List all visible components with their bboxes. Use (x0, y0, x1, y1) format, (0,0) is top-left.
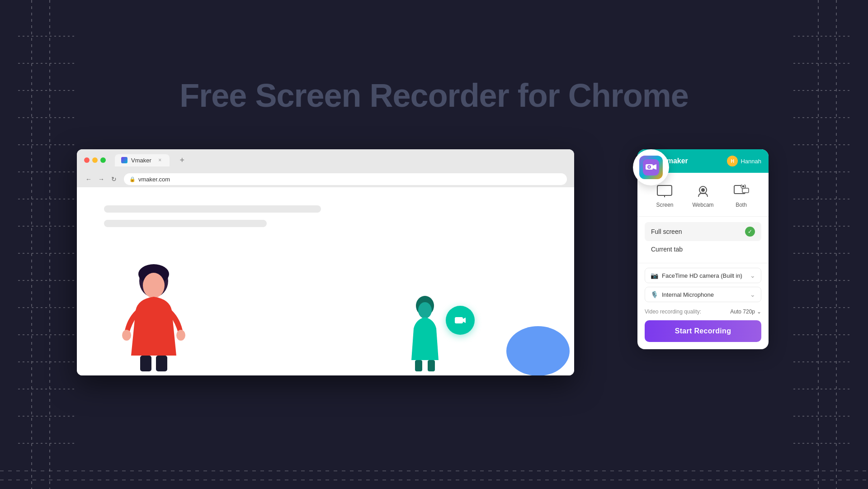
popup-user: H Hannah (727, 156, 761, 166)
svg-point-47 (418, 302, 432, 318)
svg-point-41 (122, 330, 131, 341)
lock-icon: 🔒 (129, 176, 136, 182)
svg-rect-44 (156, 356, 167, 371)
page-placeholder (77, 187, 574, 245)
close-dot[interactable] (84, 157, 90, 163)
full-screen-check: ✓ (745, 227, 755, 237)
maximize-dot[interactable] (100, 157, 106, 163)
camera-dropdown-icon: 📷 (651, 272, 658, 279)
extension-icon-circle[interactable] (633, 149, 669, 185)
current-tab-label: Current tab (651, 246, 683, 253)
tab-title: Vmaker (131, 157, 151, 164)
start-recording-button[interactable]: Start Recording (645, 320, 761, 342)
mic-dropdown-label: Internal Microphone (662, 291, 746, 298)
full-screen-option[interactable]: Full screen ✓ (645, 222, 761, 241)
content-placeholder-2 (104, 220, 267, 227)
both-mode-label: Both (736, 202, 747, 208)
new-tab-button[interactable]: + (177, 155, 188, 166)
svg-point-42 (176, 330, 185, 341)
url-text: vmaker.com (138, 176, 170, 183)
tab-favicon (121, 157, 127, 163)
back-button[interactable]: ← (84, 175, 93, 184)
mode-both[interactable]: Both (727, 180, 756, 211)
both-mode-icon (732, 183, 750, 199)
webcam-mode-label: Webcam (692, 202, 713, 208)
quality-value[interactable]: Auto 720p ⌄ (730, 309, 761, 315)
user-name: Hannah (741, 158, 761, 165)
browser-window: Vmaker × + ← → ↻ 🔒 vmaker.com (77, 149, 574, 375)
extension-icon (639, 156, 663, 179)
nav-buttons: ← → ↻ (84, 175, 118, 184)
popup-dropdowns: 📷 FaceTime HD camera (Built in) ⌄ 🎙️ Int… (637, 263, 769, 307)
floating-camera-button[interactable] (446, 306, 475, 335)
browser-tab[interactable]: Vmaker × (115, 154, 170, 166)
person-illustration (113, 256, 194, 375)
current-tab-option[interactable]: Current tab (645, 241, 761, 257)
mic-dropdown-arrow: ⌄ (750, 291, 755, 298)
screen-mode-icon (656, 183, 674, 199)
browser-addressbar: ← → ↻ 🔒 vmaker.com (77, 171, 574, 187)
start-recording-label: Start Recording (675, 327, 731, 335)
svg-rect-49 (428, 360, 435, 371)
camera-dropdown[interactable]: 📷 FaceTime HD camera (Built in) ⌄ (645, 268, 761, 283)
svg-point-50 (506, 326, 570, 375)
quality-label: Video recording quality: (645, 309, 701, 315)
svg-point-40 (143, 273, 165, 298)
browser-chrome: Vmaker × + (77, 149, 574, 171)
content-placeholder-1 (104, 205, 321, 213)
webcam-mode-icon (694, 183, 712, 199)
refresh-button[interactable]: ↻ (109, 175, 118, 184)
svg-point-62 (701, 188, 705, 192)
green-person-illustration (402, 292, 448, 375)
tab-close-button[interactable]: × (157, 157, 163, 163)
svg-rect-48 (415, 360, 422, 371)
microphone-dropdown[interactable]: 🎙️ Internal Microphone ⌄ (645, 287, 761, 302)
svg-rect-43 (140, 356, 151, 371)
browser-content (77, 187, 574, 375)
quality-row: Video recording quality: Auto 720p ⌄ (637, 307, 769, 318)
forward-button[interactable]: → (97, 175, 106, 184)
svg-point-66 (742, 185, 744, 188)
minimize-dot[interactable] (92, 157, 98, 163)
quality-arrow: ⌄ (757, 309, 761, 315)
svg-rect-58 (657, 185, 672, 195)
mic-dropdown-icon: 🎙️ (651, 291, 658, 298)
full-screen-label: Full screen (651, 228, 682, 235)
user-avatar: H (727, 156, 738, 166)
svg-rect-45 (455, 317, 463, 323)
address-bar[interactable]: 🔒 vmaker.com (124, 173, 567, 185)
svg-point-55 (648, 166, 650, 168)
camera-dropdown-label: FaceTime HD camera (Built in) (662, 272, 746, 279)
traffic-lights (84, 157, 106, 163)
screen-options: Full screen ✓ Current tab (637, 217, 769, 263)
camera-dropdown-arrow: ⌄ (750, 272, 755, 279)
mode-webcam[interactable]: Webcam (687, 180, 719, 211)
page-headline: Free Screen Recorder for Chrome (179, 77, 688, 114)
blue-element (502, 324, 574, 375)
screen-mode-label: Screen (656, 202, 673, 208)
